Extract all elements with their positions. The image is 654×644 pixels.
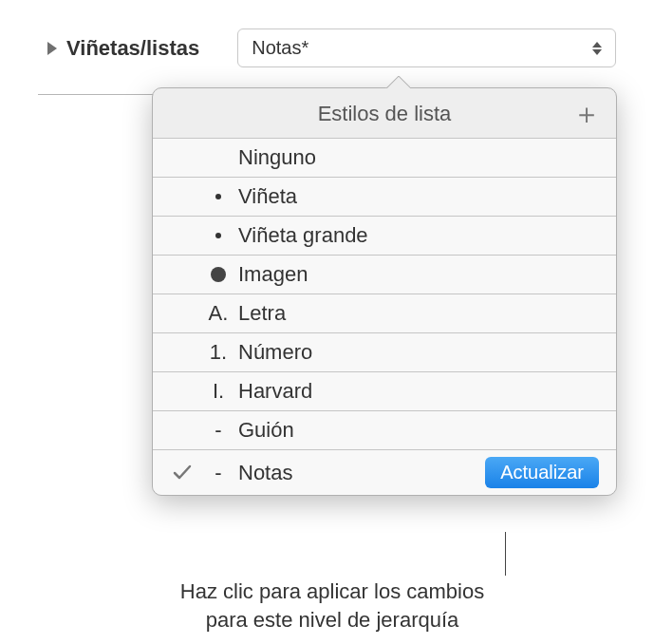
bullet-preview: A. [198,301,238,326]
bullet-preview [198,194,238,199]
list-styles-popover: Estilos de lista ＋ Ninguno Viñeta Viñeta… [152,87,617,496]
callout-line1: Haz clic para aplicar los cambios [180,579,484,603]
style-name: Imagen [238,262,599,287]
style-name: Harvard [238,379,599,404]
popover-arrow-icon [385,76,410,88]
style-name: Letra [238,301,599,326]
style-name: Viñeta [238,184,599,209]
callout-line2: para este nivel de jerarquía [206,608,459,632]
callout-text: Haz clic para aplicar los cambios para e… [66,578,598,634]
style-name: Notas [238,461,485,485]
dropdown-value: Notas* [252,37,308,59]
checkmark-icon [166,464,198,482]
list-style-dropdown[interactable]: Notas* [237,28,616,67]
style-name: Número [238,340,599,365]
style-row-harvard[interactable]: I. Harvard [153,372,616,411]
style-row-numero[interactable]: 1. Número [153,333,616,372]
callout-leader-line [505,532,506,576]
style-row-notas[interactable]: - Notas Actualizar [153,450,616,495]
chevron-up-down-icon [592,42,602,55]
style-row-vineta[interactable]: Viñeta [153,178,616,217]
style-name: Viñeta grande [238,223,599,248]
section-bullets-lists[interactable]: Viñetas/listas [47,36,199,61]
bullet-preview: 1. [198,340,238,365]
style-row-vineta-grande[interactable]: Viñeta grande [153,217,616,256]
style-row-imagen[interactable]: Imagen [153,256,616,294]
style-row-ninguno[interactable]: Ninguno [153,139,616,178]
bullet-preview: - [198,461,238,485]
add-style-button[interactable]: ＋ [572,100,601,128]
bullet-preview [198,267,238,282]
section-label-text: Viñetas/listas [66,36,199,61]
style-name: Guión [238,418,599,443]
style-list: Ninguno Viñeta Viñeta grande Imagen A. L… [153,138,616,495]
bullet-preview [198,233,238,238]
style-row-letra[interactable]: A. Letra [153,294,616,333]
popover-title: Estilos de lista [318,102,452,126]
bullet-preview: - [198,418,238,443]
style-row-guion[interactable]: - Guión [153,411,616,450]
update-style-button[interactable]: Actualizar [485,457,599,488]
bullet-preview: I. [198,379,238,404]
style-name: Ninguno [238,145,599,170]
disclosure-triangle-icon [47,42,57,55]
